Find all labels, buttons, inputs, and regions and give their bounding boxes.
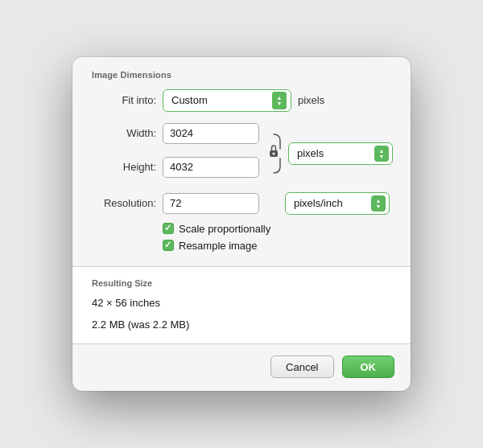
fit-into-select[interactable]: Custom Screen 640×480 800×600 1024×768: [163, 89, 291, 112]
fit-into-suffix: pixels: [298, 94, 324, 106]
resample-image-label[interactable]: Resample image: [179, 240, 258, 252]
resolution-row: Resolution: pixels/inch pixels/cm: [92, 192, 391, 215]
section-title-image-dimensions: Image Dimensions: [92, 70, 391, 80]
width-height-col: Width: Height:: [92, 123, 259, 184]
pixels-unit-select-wrapper: pixels inches cm mm percent: [288, 142, 393, 165]
image-dimensions-section: Image Dimensions Fit into: Custom Screen…: [72, 57, 411, 266]
lock-bracket-area: [266, 133, 282, 175]
resolution-unit-wrapper: pixels/inch pixels/cm: [285, 192, 390, 215]
ok-button[interactable]: OK: [342, 356, 395, 378]
svg-point-1: [273, 152, 275, 154]
scale-proportionally-checkbox[interactable]: [163, 223, 174, 234]
resulting-size-section: Resulting Size 42 × 56 inches 2.2 MB (wa…: [72, 266, 411, 344]
fit-into-select-wrapper: Custom Screen 640×480 800×600 1024×768: [163, 89, 291, 112]
width-label: Width:: [92, 127, 156, 139]
width-input[interactable]: [163, 123, 259, 144]
height-row: Height:: [92, 157, 259, 178]
height-label: Height:: [92, 161, 156, 173]
pixels-unit-select[interactable]: pixels inches cm mm percent: [288, 142, 393, 165]
resolution-input[interactable]: [163, 193, 259, 214]
scale-proportionally-label[interactable]: Scale proportionally: [179, 223, 270, 235]
resulting-dimensions-text: 42 × 56 inches: [92, 296, 391, 310]
resolution-unit-select-wrapper: pixels/inch pixels/cm: [285, 192, 390, 215]
lock-bracket-svg: [266, 133, 282, 175]
resolution-unit-select[interactable]: pixels/inch pixels/cm: [285, 192, 390, 215]
fit-into-label: Fit into:: [92, 94, 156, 106]
resulting-size-title: Resulting Size: [92, 278, 391, 288]
resolution-label: Resolution:: [92, 197, 156, 209]
cancel-button[interactable]: Cancel: [270, 356, 333, 378]
height-input[interactable]: [163, 157, 259, 178]
fit-into-row: Fit into: Custom Screen 640×480 800×600 …: [92, 89, 391, 112]
resample-image-row: Resample image: [92, 240, 391, 252]
resulting-filesize-text: 2.2 MB (was 2.2 MB): [92, 319, 391, 331]
dimensions-area: Width: Height:: [92, 123, 391, 184]
resample-image-checkbox[interactable]: [163, 240, 174, 251]
button-row: Cancel OK: [72, 344, 411, 378]
width-row: Width:: [92, 123, 259, 144]
scale-proportionally-row: Scale proportionally: [92, 223, 391, 235]
image-dimensions-dialog: Image Dimensions Fit into: Custom Screen…: [72, 57, 411, 391]
